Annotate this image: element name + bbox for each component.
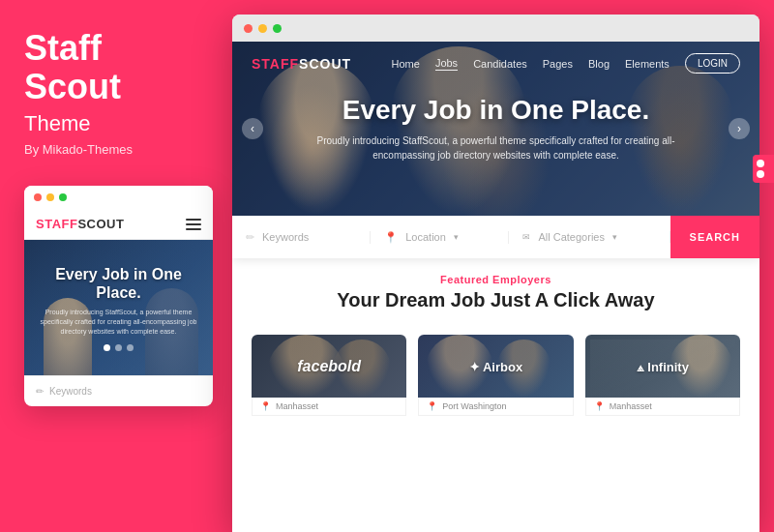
airbox-location: Port Washington [442, 401, 506, 411]
title-line1: Staff [24, 28, 102, 68]
featured-section: Featured Employers Your Dream Job Just A… [232, 258, 759, 335]
hero-section: STAFFSCOUT Home Jobs Candidates Pages Bl… [232, 42, 759, 216]
nav-candidates[interactable]: Candidates [473, 58, 527, 70]
site-nav: STAFFSCOUT Home Jobs Candidates Pages Bl… [232, 42, 759, 85]
mobile-dot-2 [115, 344, 122, 351]
partial-action-dot-2 [757, 170, 759, 178]
hero-title: Every Job in One Place. [313, 95, 680, 126]
site-logo: STAFFSCOUT [252, 56, 351, 72]
mobile-dot-1 [104, 344, 110, 351]
company-card-airbox[interactable]: ✦ Airbox 📍 Port Washington [418, 335, 573, 422]
mobile-hero-desc: Proudly introducing StaffScout, a powerf… [34, 308, 203, 336]
mobile-logo-staff: STAFF [36, 217, 77, 231]
category-placeholder: All Categories [538, 231, 604, 243]
mobile-logo-scout: SCOUT [77, 217, 124, 231]
logo-staff: STAFF [252, 56, 299, 72]
mobile-search-icon: ✏ [36, 386, 44, 397]
browser-titlebar [232, 15, 759, 42]
browser-minimize-dot [258, 24, 267, 33]
infinity-logo: ⟁ Infinity [637, 359, 689, 374]
infinity-footer: 📍 Manhasset [585, 398, 740, 416]
featured-title: Your Dream Job Just A Click Away [252, 289, 740, 311]
hero-description: Proudly introducing StaffScout, a powerf… [313, 133, 680, 163]
location-placeholder: Location [405, 231, 446, 243]
left-panel: Staff Scout Theme By Mikado-Themes STAFF… [0, 0, 232, 532]
mobile-dot-green [59, 193, 67, 201]
nav-pages[interactable]: Pages [543, 58, 573, 70]
facebold-pin-icon: 📍 [260, 401, 271, 411]
location-chevron-icon: ▾ [454, 232, 459, 242]
nav-elements[interactable]: Elements [625, 58, 670, 70]
nav-home[interactable]: Home [392, 58, 420, 70]
mobile-nav: STAFFSCOUT [24, 209, 213, 240]
mobile-search-bar[interactable]: ✏ Keywords [24, 375, 213, 406]
category-chevron-icon: ▾ [612, 232, 617, 242]
company-card-facebold[interactable]: facebold 📍 Manhasset [252, 335, 406, 422]
mobile-preview: STAFFSCOUT Every Job in One Place. Proud… [24, 186, 213, 406]
airbox-pin-icon: 📍 [427, 401, 437, 411]
mobile-dot-red [34, 193, 42, 201]
facebold-footer: 📍 Manhasset [252, 398, 406, 416]
nav-blog[interactable]: Blog [588, 58, 610, 70]
hero-wrapper: STAFFSCOUT Home Jobs Candidates Pages Bl… [232, 42, 759, 258]
hero-content: Every Job in One Place. Proudly introduc… [313, 95, 680, 163]
location-pin-icon: 📍 [384, 231, 398, 244]
search-bar: ✏ Keywords 📍 Location ▾ ✉ All Categories… [232, 216, 759, 258]
category-field[interactable]: ✉ All Categories ▾ [509, 231, 670, 243]
hamburger-icon[interactable] [186, 219, 201, 230]
mobile-search-text: Keywords [49, 386, 92, 397]
company-cards: facebold 📍 Manhasset ✦ Airbox [232, 335, 759, 433]
mobile-carousel-dots [104, 344, 134, 351]
hero-next-button[interactable]: › [729, 118, 750, 139]
mobile-logo: STAFFSCOUT [36, 217, 124, 231]
card-bg-facebold: facebold [252, 335, 406, 398]
app-author: By Mikado-Themes [24, 142, 133, 157]
search-button[interactable]: SEARCH [670, 216, 759, 258]
browser-content: STAFFSCOUT Home Jobs Candidates Pages Bl… [232, 42, 759, 532]
featured-label: Featured Employers [252, 274, 740, 285]
keywords-placeholder: Keywords [262, 231, 309, 243]
airbox-logo: ✦ Airbox [469, 359, 522, 374]
mobile-dot-yellow [46, 193, 54, 201]
app-title: Staff Scout [24, 29, 121, 105]
mobile-dot-3 [127, 344, 134, 351]
infinity-pin-icon: 📍 [594, 401, 605, 411]
title-line2: Scout [24, 67, 121, 106]
airbox-footer: 📍 Port Washington [418, 398, 573, 416]
partial-action-panel [753, 155, 759, 183]
mobile-hero-title: Every Job in One Place. [34, 265, 203, 302]
mobile-titlebar [24, 186, 213, 209]
logo-scout: SCOUT [299, 56, 351, 72]
keywords-field[interactable]: ✏ Keywords [232, 231, 371, 244]
nav-menu: Home Jobs Candidates Pages Blog Elements… [392, 53, 740, 74]
card-bg-infinity: ⟁ Infinity [585, 335, 740, 398]
browser-close-dot [244, 24, 253, 33]
partial-action-dot-1 [757, 160, 759, 167]
nav-jobs[interactable]: Jobs [435, 57, 458, 71]
mobile-hero: Every Job in One Place. Proudly introduc… [24, 240, 213, 375]
keywords-icon: ✏ [246, 231, 254, 244]
category-icon: ✉ [522, 232, 530, 242]
browser-window: STAFFSCOUT Home Jobs Candidates Pages Bl… [232, 15, 759, 532]
facebold-location: Manhasset [276, 401, 318, 411]
infinity-location: Manhasset [610, 401, 652, 411]
facebold-logo: facebold [297, 358, 361, 375]
browser-maximize-dot [273, 24, 282, 33]
card-bg-airbox: ✦ Airbox [418, 335, 573, 398]
app-subtitle: Theme [24, 111, 90, 136]
login-button[interactable]: LOGIN [685, 53, 740, 74]
company-card-infinity[interactable]: ⟁ Infinity 📍 Manhasset [585, 335, 740, 422]
hero-prev-button[interactable]: ‹ [242, 118, 263, 139]
location-field[interactable]: 📍 Location ▾ [371, 231, 509, 244]
